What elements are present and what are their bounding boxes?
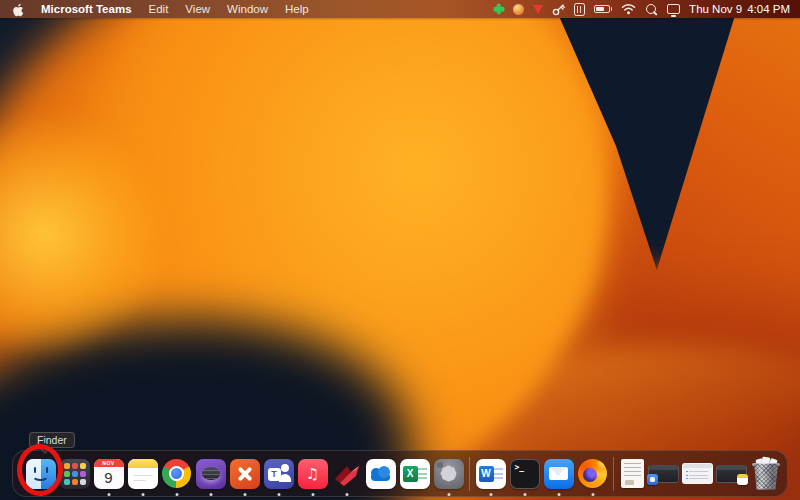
battery-icon[interactable] [594,1,612,17]
running-indicator [107,493,110,496]
running-indicator [141,493,144,496]
firefox-icon [578,459,607,488]
launchpad-icon [60,459,90,489]
battery-cap [611,7,613,11]
mail-icon [544,459,574,489]
active-app-menu[interactable]: Microsoft Teams [41,3,132,15]
running-indicator [311,493,314,496]
dock-divider [613,457,614,491]
running-indicator [489,493,492,496]
clock-date: Thu Nov 9 [689,3,742,15]
word-icon: W [476,459,506,489]
display-status-icon[interactable] [667,4,680,14]
dock-item-system-settings[interactable] [433,452,464,496]
dock-item-terminal[interactable]: >_ [509,452,540,496]
key-status-icon[interactable] [552,1,565,17]
word-doc-lines [494,468,503,480]
excel-icon: X [400,459,430,489]
word-w-tile: W [479,466,494,482]
notes-line [133,475,153,477]
menu-bar-clock[interactable]: Thu Nov 9 4:04 PM [689,3,790,15]
red-funnel-status-icon[interactable] [533,5,543,14]
battery-case [594,5,610,13]
dock-item-teams[interactable]: T [263,452,294,496]
disk-glyph [202,467,220,480]
dock-item-mail[interactable] [543,452,574,496]
dock-item-trash[interactable] [750,452,782,496]
dock-item-calendar[interactable]: NOV 9 [93,452,124,496]
running-indicator [277,493,280,496]
teams-person-body [279,474,291,482]
notes-line [133,480,146,482]
onedrive-icon [366,459,396,489]
dock-item-excel[interactable]: X [399,452,430,496]
gear-body [442,467,456,481]
menu-bar-status-area: Thu Nov 9 4:04 PM [493,1,790,17]
apple-logo-glyph [12,2,24,17]
launchpad-cell [72,463,78,469]
wallet-status-icon[interactable] [574,3,585,16]
dock-item-minimized-window-2[interactable] [682,452,713,496]
running-indicator [209,493,212,496]
launchpad-cell [80,471,86,477]
dock-item-minimized-window-1[interactable] [648,452,679,496]
chrome-icon [162,459,191,488]
launchpad-cell [72,471,78,477]
menu-help[interactable]: Help [285,3,309,15]
finder-smile [32,470,49,481]
envelope-glyph [549,467,568,480]
dock-item-purple-disk-app[interactable] [195,452,226,496]
minimized-window-thumbnail [682,463,713,484]
running-indicator [345,493,348,496]
launchpad-cell [80,479,86,485]
launchpad-cell [64,479,70,485]
running-indicator [591,493,594,496]
dock-item-word[interactable]: W [475,452,506,496]
running-indicator [523,493,526,496]
apple-menu-icon[interactable] [12,2,24,17]
spotlight-search-icon[interactable] [645,3,658,16]
launchpad-cell [64,471,70,477]
green-plus-status-icon[interactable] [493,4,504,15]
clock-time: 4:04 PM [747,3,790,15]
excel-x-tile: X [403,466,418,482]
orange-sphere-status-icon[interactable] [513,4,524,15]
dock-item-document-file[interactable] [619,452,645,496]
dock-item-firefox[interactable] [577,452,608,496]
dock-item-onedrive[interactable] [365,452,396,496]
dock: NOV 9 T [12,450,788,497]
running-indicator [447,493,450,496]
list-dots [686,471,688,480]
dock-item-music[interactable] [297,452,328,496]
cloud-glyph [371,473,390,481]
minimized-window-thumbnail [716,465,747,483]
wifi-icon[interactable] [621,1,636,17]
dock-item-launchpad[interactable] [59,452,90,496]
purple-disk-app-icon [196,459,226,489]
dock-divider [469,457,470,491]
dock-item-minimized-window-3[interactable] [716,452,747,496]
gear-glyph [440,465,457,482]
app-badge-blue [647,474,658,485]
dock-item-finder[interactable] [25,452,56,496]
dock-item-rsa-securid[interactable] [331,452,362,496]
gear-hole [437,462,443,468]
menu-window[interactable]: Window [227,3,268,15]
running-indicator [175,493,178,496]
menu-edit[interactable]: Edit [149,3,169,15]
dock-item-chrome[interactable] [161,452,192,496]
app-badge-yellow [737,474,748,485]
menu-view[interactable]: View [185,3,210,15]
battery-fill [596,7,604,11]
launchpad-cell [64,463,70,469]
dock-item-remote-desktop[interactable] [229,452,260,496]
menu-bar: Microsoft Teams Edit View Window Help Th… [0,0,800,18]
finder-tooltip: Finder [29,432,75,448]
launchpad-cell [72,479,78,485]
notes-icon [128,459,158,489]
excel-sheet-lines [418,468,427,480]
remote-desktop-icon [230,459,260,489]
calendar-day: 9 [94,467,124,489]
trash-body [753,464,779,490]
dock-item-notes[interactable] [127,452,158,496]
